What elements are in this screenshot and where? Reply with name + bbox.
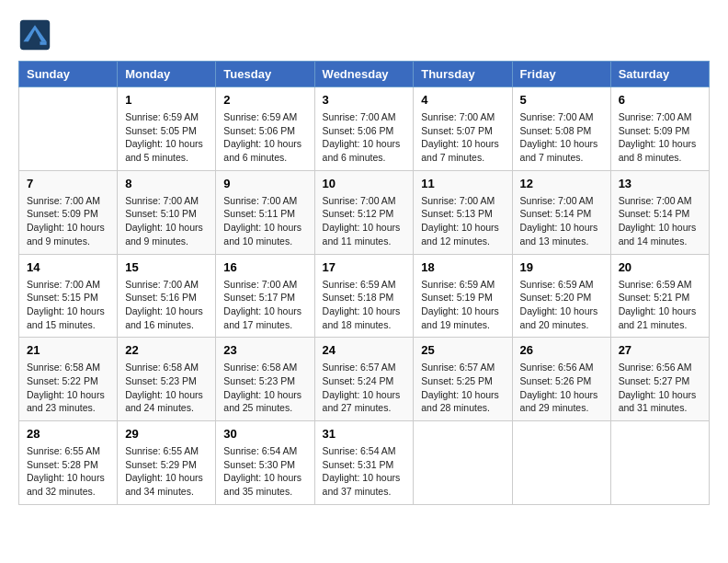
day-number: 29 [125,427,208,441]
cell-content: Sunrise: 6:54 AM Sunset: 5:31 PM Dayligh… [323,444,406,499]
cell-content: Sunrise: 6:56 AM Sunset: 5:26 PM Dayligh… [520,361,603,415]
cell-content: Sunrise: 6:57 AM Sunset: 5:25 PM Dayligh… [421,361,504,415]
day-number: 11 [421,177,504,190]
calendar-cell: 11Sunrise: 7:00 AM Sunset: 5:13 PM Dayli… [414,170,512,254]
cell-content: Sunrise: 6:59 AM Sunset: 5:21 PM Dayligh… [619,278,701,332]
page-header [18,18,710,52]
calendar-cell [610,421,709,505]
calendar-cell: 1Sunrise: 6:59 AM Sunset: 5:05 PM Daylig… [118,87,216,171]
day-number: 18 [421,260,504,274]
cell-content: Sunrise: 7:00 AM Sunset: 5:08 PM Dayligh… [520,110,603,165]
calendar-cell: 7Sunrise: 7:00 AM Sunset: 5:09 PM Daylig… [19,170,118,254]
day-number: 22 [125,343,208,357]
calendar-cell: 31Sunrise: 6:54 AM Sunset: 5:31 PM Dayli… [314,421,414,505]
cell-content: Sunrise: 7:00 AM Sunset: 5:10 PM Dayligh… [125,194,208,248]
calendar-cell: 5Sunrise: 7:00 AM Sunset: 5:08 PM Daylig… [512,87,610,171]
calendar-cell: 10Sunrise: 7:00 AM Sunset: 5:12 PM Dayli… [314,170,414,254]
day-number: 20 [619,260,701,274]
cell-content: Sunrise: 7:00 AM Sunset: 5:14 PM Dayligh… [520,194,603,248]
cell-content: Sunrise: 6:56 AM Sunset: 5:27 PM Dayligh… [619,361,701,415]
day-number: 28 [27,427,109,441]
cell-content: Sunrise: 7:00 AM Sunset: 5:07 PM Dayligh… [421,110,504,165]
day-number: 27 [619,343,701,357]
column-header-wednesday: Wednesday [314,62,414,87]
cell-content: Sunrise: 6:58 AM Sunset: 5:22 PM Dayligh… [27,361,109,415]
cell-content: Sunrise: 6:58 AM Sunset: 5:23 PM Dayligh… [125,361,208,415]
day-number: 1 [125,93,208,107]
day-number: 14 [27,260,109,274]
column-header-thursday: Thursday [414,62,512,87]
day-number: 7 [27,177,109,190]
calendar-week-row: 21Sunrise: 6:58 AM Sunset: 5:22 PM Dayli… [19,338,710,421]
cell-content: Sunrise: 7:00 AM Sunset: 5:17 PM Dayligh… [223,278,306,332]
cell-content: Sunrise: 7:00 AM Sunset: 5:13 PM Dayligh… [421,194,504,248]
cell-content: Sunrise: 6:59 AM Sunset: 5:06 PM Dayligh… [223,110,306,165]
calendar-cell: 28Sunrise: 6:55 AM Sunset: 5:28 PM Dayli… [19,421,118,505]
day-number: 23 [223,343,306,357]
column-header-friday: Friday [512,62,610,87]
day-number: 17 [323,260,406,274]
day-number: 25 [421,343,504,357]
day-number: 31 [323,427,406,441]
calendar-week-row: 28Sunrise: 6:55 AM Sunset: 5:28 PM Dayli… [19,421,710,505]
logo [18,18,55,52]
calendar-week-row: 7Sunrise: 7:00 AM Sunset: 5:09 PM Daylig… [19,170,710,254]
calendar-cell: 27Sunrise: 6:56 AM Sunset: 5:27 PM Dayli… [610,338,709,421]
cell-content: Sunrise: 6:59 AM Sunset: 5:18 PM Dayligh… [323,278,406,332]
day-number: 16 [223,260,306,274]
svg-rect-0 [20,20,50,50]
calendar-cell: 26Sunrise: 6:56 AM Sunset: 5:26 PM Dayli… [512,338,610,421]
calendar-cell: 19Sunrise: 6:59 AM Sunset: 5:20 PM Dayli… [512,254,610,338]
cell-content: Sunrise: 6:59 AM Sunset: 5:05 PM Dayligh… [125,110,208,165]
day-number: 10 [323,177,406,190]
day-number: 19 [520,260,603,274]
column-header-tuesday: Tuesday [216,62,314,87]
logo-icon [18,18,51,52]
day-number: 12 [520,177,603,190]
cell-content: Sunrise: 7:00 AM Sunset: 5:06 PM Dayligh… [323,110,406,165]
day-number: 5 [520,93,603,107]
cell-content: Sunrise: 6:54 AM Sunset: 5:30 PM Dayligh… [223,444,306,499]
cell-content: Sunrise: 6:55 AM Sunset: 5:28 PM Dayligh… [27,444,109,499]
column-header-monday: Monday [118,62,216,87]
calendar-cell: 16Sunrise: 7:00 AM Sunset: 5:17 PM Dayli… [216,254,314,338]
cell-content: Sunrise: 6:55 AM Sunset: 5:29 PM Dayligh… [125,444,208,499]
day-number: 3 [323,93,406,107]
calendar-cell: 25Sunrise: 6:57 AM Sunset: 5:25 PM Dayli… [414,338,512,421]
calendar-week-row: 1Sunrise: 6:59 AM Sunset: 5:05 PM Daylig… [19,87,710,171]
calendar-cell: 8Sunrise: 7:00 AM Sunset: 5:10 PM Daylig… [118,170,216,254]
day-number: 8 [125,177,208,190]
cell-content: Sunrise: 7:00 AM Sunset: 5:12 PM Dayligh… [323,194,406,248]
day-number: 4 [421,93,504,107]
calendar-cell: 24Sunrise: 6:57 AM Sunset: 5:24 PM Dayli… [314,338,414,421]
cell-content: Sunrise: 6:57 AM Sunset: 5:24 PM Dayligh… [323,361,406,415]
day-number: 26 [520,343,603,357]
calendar-cell: 20Sunrise: 6:59 AM Sunset: 5:21 PM Dayli… [610,254,709,338]
cell-content: Sunrise: 7:00 AM Sunset: 5:14 PM Dayligh… [619,194,701,248]
day-number: 13 [619,177,701,190]
svg-marker-2 [40,41,46,45]
calendar-cell: 4Sunrise: 7:00 AM Sunset: 5:07 PM Daylig… [414,87,512,171]
day-number: 21 [27,343,109,357]
day-number: 6 [619,93,701,107]
day-number: 24 [323,343,406,357]
day-number: 30 [223,427,306,441]
calendar-table: SundayMondayTuesdayWednesdayThursdayFrid… [18,61,710,505]
calendar-cell [19,87,118,171]
calendar-cell: 21Sunrise: 6:58 AM Sunset: 5:22 PM Dayli… [19,338,118,421]
cell-content: Sunrise: 7:00 AM Sunset: 5:09 PM Dayligh… [27,194,109,248]
calendar-cell: 22Sunrise: 6:58 AM Sunset: 5:23 PM Dayli… [118,338,216,421]
calendar-cell: 15Sunrise: 7:00 AM Sunset: 5:16 PM Dayli… [118,254,216,338]
calendar-cell: 13Sunrise: 7:00 AM Sunset: 5:14 PM Dayli… [610,170,709,254]
calendar-cell: 6Sunrise: 7:00 AM Sunset: 5:09 PM Daylig… [610,87,709,171]
column-header-saturday: Saturday [610,62,709,87]
calendar-header-row: SundayMondayTuesdayWednesdayThursdayFrid… [19,62,710,87]
calendar-week-row: 14Sunrise: 7:00 AM Sunset: 5:15 PM Dayli… [19,254,710,338]
calendar-cell: 2Sunrise: 6:59 AM Sunset: 5:06 PM Daylig… [216,87,314,171]
cell-content: Sunrise: 7:00 AM Sunset: 5:11 PM Dayligh… [223,194,306,248]
calendar-cell: 12Sunrise: 7:00 AM Sunset: 5:14 PM Dayli… [512,170,610,254]
column-header-sunday: Sunday [19,62,118,87]
calendar-cell: 14Sunrise: 7:00 AM Sunset: 5:15 PM Dayli… [19,254,118,338]
day-number: 15 [125,260,208,274]
calendar-cell: 23Sunrise: 6:58 AM Sunset: 5:23 PM Dayli… [216,338,314,421]
